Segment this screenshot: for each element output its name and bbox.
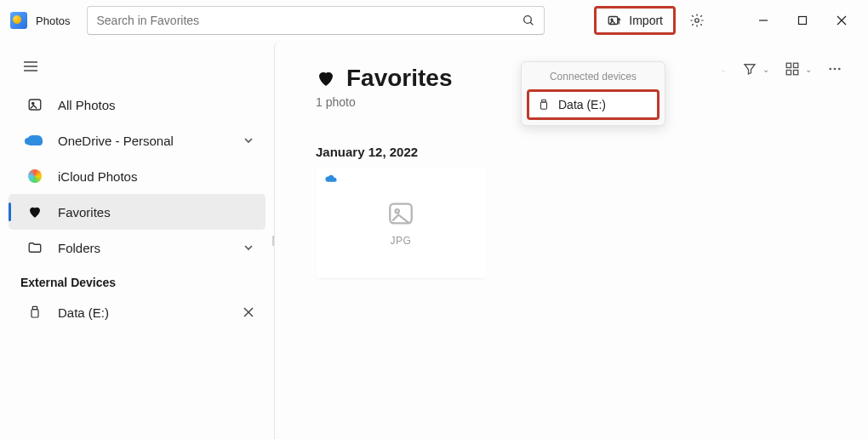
search-input-container[interactable] xyxy=(87,6,545,35)
more-button[interactable] xyxy=(827,61,842,77)
heart-icon xyxy=(26,204,44,220)
sidebar-item-label: OneDrive - Personal xyxy=(58,134,243,148)
image-placeholder-icon xyxy=(386,199,415,228)
import-icon xyxy=(607,13,622,28)
usb-drive-icon xyxy=(26,305,44,320)
sidebar-item-label: Favorites xyxy=(58,205,254,220)
sidebar-item-icloud[interactable]: iCloud Photos xyxy=(9,158,266,194)
sidebar-item-all-photos[interactable]: All Photos xyxy=(9,87,266,123)
thumbnail-extension: JPG xyxy=(391,235,412,247)
svg-rect-22 xyxy=(786,71,791,75)
layout-button[interactable]: ⌄ xyxy=(785,61,812,77)
content-pane: || Connected devices Data (E:) ⌄ ⌄ ⌄ xyxy=(274,41,868,439)
sidebar-item-label: Data (E:) xyxy=(58,305,243,320)
import-dropdown: Connected devices Data (E:) xyxy=(521,61,665,126)
import-label: Import xyxy=(629,14,663,27)
search-input[interactable] xyxy=(96,14,522,27)
heart-icon xyxy=(316,68,336,88)
chevron-down-icon xyxy=(243,135,254,145)
sidebar-item-folders[interactable]: Folders xyxy=(9,230,266,265)
svg-line-1 xyxy=(531,22,534,25)
sidebar-item-favorites[interactable]: Favorites xyxy=(9,194,266,230)
svg-rect-6 xyxy=(799,17,807,25)
svg-rect-19 xyxy=(541,102,547,109)
svg-point-4 xyxy=(695,19,700,23)
search-icon[interactable] xyxy=(522,14,535,27)
sidebar-section-external: External Devices xyxy=(5,265,269,294)
onedrive-icon xyxy=(26,135,44,145)
svg-point-25 xyxy=(834,68,837,71)
svg-rect-15 xyxy=(31,310,38,317)
dropdown-item-data-e[interactable]: Data (E:) xyxy=(527,89,660,120)
sidebar-item-label: iCloud Photos xyxy=(58,169,254,184)
dropdown-header: Connected devices xyxy=(527,71,660,89)
app-logo-icon xyxy=(10,12,27,29)
sidebar-item-onedrive[interactable]: OneDrive - Personal xyxy=(9,123,266,158)
folder-icon xyxy=(26,240,44,255)
sidebar-item-label: All Photos xyxy=(58,98,254,112)
close-button[interactable] xyxy=(822,3,861,37)
page-title: Favorites xyxy=(346,65,453,92)
maximize-button[interactable] xyxy=(783,3,822,37)
hamburger-button[interactable] xyxy=(14,51,48,82)
settings-button[interactable] xyxy=(682,6,711,35)
sidebar-item-data-e[interactable]: Data (E:) xyxy=(9,294,266,330)
sidebar-item-label: Folders xyxy=(58,241,243,255)
picture-icon xyxy=(26,97,44,112)
svg-point-24 xyxy=(829,68,831,71)
usb-drive-icon xyxy=(538,98,550,111)
toolbar-hidden-dropdown[interactable]: ⌄ xyxy=(720,65,727,74)
svg-rect-23 xyxy=(794,71,798,75)
sidebar: All Photos OneDrive - Personal iCloud Ph… xyxy=(0,41,274,439)
filter-button[interactable]: ⌄ xyxy=(742,61,769,77)
minimize-button[interactable] xyxy=(744,3,783,37)
date-group-header: January 12, 2022 xyxy=(316,145,837,159)
svg-point-0 xyxy=(524,16,532,24)
svg-rect-20 xyxy=(786,63,791,67)
icloud-icon xyxy=(26,169,44,183)
cloud-sync-icon xyxy=(324,174,338,183)
photo-thumbnail[interactable]: JPG xyxy=(316,168,486,278)
dropdown-item-label: Data (E:) xyxy=(558,98,606,111)
eject-device-button[interactable] xyxy=(243,307,254,317)
svg-rect-21 xyxy=(794,63,798,67)
import-button[interactable]: Import xyxy=(594,6,676,35)
app-title: Photos xyxy=(36,14,70,27)
svg-point-28 xyxy=(396,209,399,213)
splitter-handle[interactable]: || xyxy=(271,234,273,246)
svg-point-13 xyxy=(32,102,34,104)
svg-point-26 xyxy=(838,68,841,71)
chevron-down-icon xyxy=(243,242,254,253)
